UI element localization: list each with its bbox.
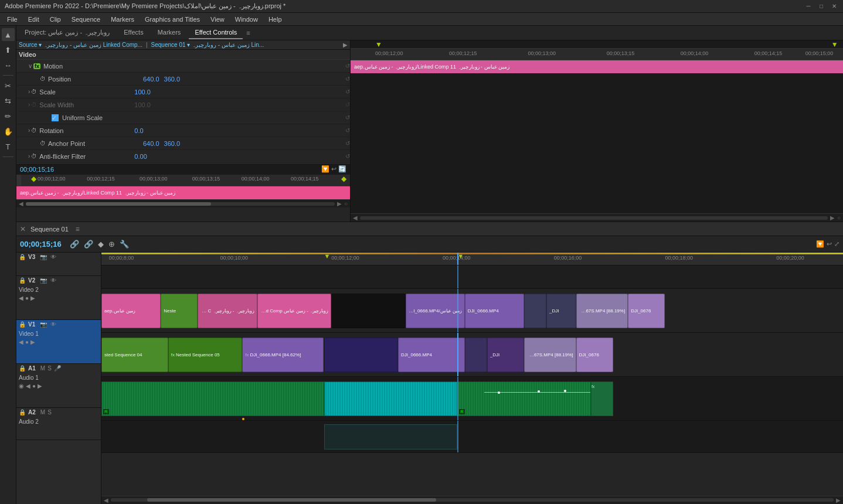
a1-ctrl-1[interactable]: ◀ bbox=[26, 383, 30, 389]
wrench-button[interactable]: 🔧 bbox=[118, 239, 130, 250]
selection-tool[interactable]: ▲ bbox=[2, 28, 15, 41]
v1-clip-5[interactable]: DJI_0666.MP4 bbox=[398, 338, 465, 372]
v1-clip-8[interactable]: DJI_067S.MP4 [88.19%] bbox=[524, 338, 576, 372]
a1-ctrl-3[interactable]: ▶ bbox=[38, 383, 42, 389]
tab-effect-controls[interactable]: Effect Controls bbox=[189, 26, 243, 39]
effect-controls-menu-icon[interactable]: ≡ bbox=[246, 29, 250, 36]
rotation-value[interactable]: 0.0 bbox=[132, 127, 145, 134]
v2-clip-6[interactable]: زمین عباس/DJI_0666.MP4 bbox=[406, 294, 465, 328]
close-button[interactable]: ✕ bbox=[830, 2, 838, 11]
v1-clip-3[interactable]: fx DJI_0666.MP4 [84.62%] bbox=[242, 338, 324, 372]
scale-reset[interactable]: ↺ bbox=[345, 88, 350, 95]
a1-m-btn[interactable]: M bbox=[40, 365, 45, 372]
tl-scroll-right[interactable]: ▶ bbox=[836, 497, 841, 503]
menu-clip[interactable]: Clip bbox=[45, 15, 66, 24]
snap-button[interactable]: 🔗 bbox=[69, 239, 80, 250]
anchor-reset[interactable]: ↺ bbox=[345, 140, 350, 147]
menu-view[interactable]: View bbox=[206, 15, 229, 24]
antiflicker-value[interactable]: 0.00 bbox=[132, 153, 149, 160]
a1-audio-fx[interactable]: fx bbox=[591, 382, 613, 416]
v1-clip-6[interactable] bbox=[465, 338, 487, 372]
position-reset[interactable]: ↺ bbox=[345, 76, 350, 82]
scroll-right[interactable]: ▶ bbox=[337, 200, 342, 207]
menu-graphics[interactable]: Graphics and Titles bbox=[140, 15, 205, 24]
v2-clip-11[interactable]: DJI_0676 bbox=[628, 294, 665, 328]
preview-scroll-btn[interactable]: ◀ bbox=[353, 214, 358, 221]
position-stopwatch[interactable]: ⏱ bbox=[40, 76, 46, 82]
anchor-y-value[interactable]: 360.0 bbox=[162, 140, 183, 147]
seq-menu[interactable]: ≡ bbox=[76, 225, 80, 233]
a2-m-btn[interactable]: M bbox=[40, 409, 45, 416]
ec-expand-icon[interactable]: ▶ bbox=[343, 42, 348, 48]
linked-selection-button[interactable]: 🔗 bbox=[83, 239, 94, 250]
a1-ctrl-2[interactable]: ● bbox=[32, 383, 36, 389]
v1-eye-icon[interactable]: 👁 bbox=[50, 321, 56, 328]
ec-scrollbar[interactable]: ◀ ▶ ○ bbox=[16, 199, 350, 207]
seq-close[interactable]: ✕ bbox=[20, 225, 26, 233]
preview-scroll-right[interactable]: ▶ bbox=[830, 214, 835, 221]
tab-project[interactable]: Project: روبارچیرہ - زمین عباس bbox=[19, 26, 115, 40]
a2-lock-icon[interactable]: 🔒 bbox=[19, 409, 26, 416]
scale-chevron[interactable]: › bbox=[28, 88, 30, 95]
v3-lock-icon[interactable]: 🔒 bbox=[19, 254, 26, 260]
v1-clip-7[interactable]: DJI_ bbox=[487, 338, 524, 372]
rotation-chevron[interactable]: › bbox=[28, 127, 30, 134]
tl-scroll-track[interactable] bbox=[111, 498, 834, 502]
track-select-tool[interactable]: ⬆ bbox=[2, 43, 15, 56]
timeline-expand-icon[interactable]: ⤢ bbox=[834, 240, 839, 248]
preview-scrollbar[interactable]: ◀ ▶ ○ bbox=[351, 213, 843, 222]
v2-ctrl-3[interactable]: ▶ bbox=[30, 295, 35, 301]
v1-clip-1[interactable]: sted Sequence 04 bbox=[101, 338, 168, 372]
ripple-edit-tool[interactable]: ↔ bbox=[2, 59, 15, 71]
a1-vol-icon[interactable]: ◉ bbox=[19, 383, 24, 389]
menu-file[interactable]: File bbox=[2, 15, 22, 24]
scale-value[interactable]: 100.0 bbox=[132, 88, 153, 96]
a1-audio-1[interactable]: R bbox=[101, 382, 324, 416]
v2-clip-7[interactable]: DJI_0666.MP4 bbox=[465, 294, 524, 328]
uniform-scale-checkbox[interactable]: ✓ bbox=[52, 114, 59, 121]
rotation-reset[interactable]: ↺ bbox=[345, 127, 350, 134]
timeline-bottom-scrollbar[interactable]: ◀ ▶ bbox=[101, 496, 843, 504]
anchor-x-value[interactable]: 640.0 bbox=[141, 140, 162, 147]
v2-clip-4[interactable] bbox=[331, 294, 406, 328]
motion-chevron[interactable]: ∨ bbox=[28, 63, 32, 69]
menu-sequence[interactable]: Sequence bbox=[67, 15, 106, 24]
a1-mic-icon[interactable]: 🎤 bbox=[54, 365, 61, 372]
v1-ctrl-1[interactable]: ◀ bbox=[19, 339, 23, 345]
slip-tool[interactable]: ⇆ bbox=[2, 94, 15, 107]
v2-eye-icon[interactable]: 👁 bbox=[50, 277, 56, 284]
v2-clip-10[interactable]: DJI_067S.MP4 [88.19%] bbox=[576, 294, 628, 328]
antiflicker-stopwatch[interactable]: ⏱ bbox=[31, 153, 37, 159]
a1-lock-icon[interactable]: 🔒 bbox=[19, 365, 26, 372]
v1-lock-icon[interactable]: 🔒 bbox=[19, 321, 26, 328]
v2-clip-8[interactable] bbox=[524, 294, 546, 328]
menu-edit[interactable]: Edit bbox=[23, 15, 44, 24]
v2-camera-icon[interactable]: 📷 bbox=[40, 277, 47, 284]
v2-clip-2[interactable]: Neste bbox=[161, 294, 198, 328]
v1-camera-icon[interactable]: 📷 bbox=[40, 321, 47, 328]
hand-tool[interactable]: ✋ bbox=[2, 125, 15, 138]
v1-ctrl-2[interactable]: ● bbox=[25, 339, 29, 345]
rotation-stopwatch[interactable]: ⏱ bbox=[31, 127, 37, 134]
v2-lock-icon[interactable]: 🔒 bbox=[19, 277, 26, 284]
v1-clip-4[interactable] bbox=[324, 338, 399, 372]
v2-clip-5[interactable]: زوبارچیرہ - زمین عباس Linked Comp bbox=[257, 294, 332, 328]
tab-effects[interactable]: Effects bbox=[118, 26, 149, 39]
text-tool[interactable]: T bbox=[2, 140, 15, 153]
v2-ctrl-1[interactable]: ◀ bbox=[19, 295, 23, 301]
track-targeting-button[interactable]: ⊕ bbox=[107, 239, 116, 250]
a1-audio-2[interactable] bbox=[324, 382, 458, 416]
scroll-thumb[interactable] bbox=[26, 202, 211, 206]
position-y-value[interactable]: 360.0 bbox=[162, 76, 183, 83]
add-marker-button[interactable]: ◆ bbox=[97, 239, 105, 250]
menu-help[interactable]: Help bbox=[264, 15, 287, 24]
v1-clip-9[interactable]: DJI_0676 bbox=[576, 338, 613, 372]
scale-stopwatch[interactable]: ⏱ bbox=[31, 88, 37, 95]
position-x-value[interactable]: 640.0 bbox=[141, 76, 162, 83]
timeline-settings-icon[interactable]: ↩ bbox=[827, 240, 832, 248]
minimize-button[interactable]: ─ bbox=[804, 2, 813, 11]
menu-window[interactable]: Window bbox=[230, 15, 263, 24]
a2-s-btn[interactable]: S bbox=[47, 409, 52, 416]
motion-reset[interactable]: ↺ bbox=[345, 63, 350, 69]
v2-clip-1[interactable]: زمین عباس.aep bbox=[101, 294, 161, 328]
